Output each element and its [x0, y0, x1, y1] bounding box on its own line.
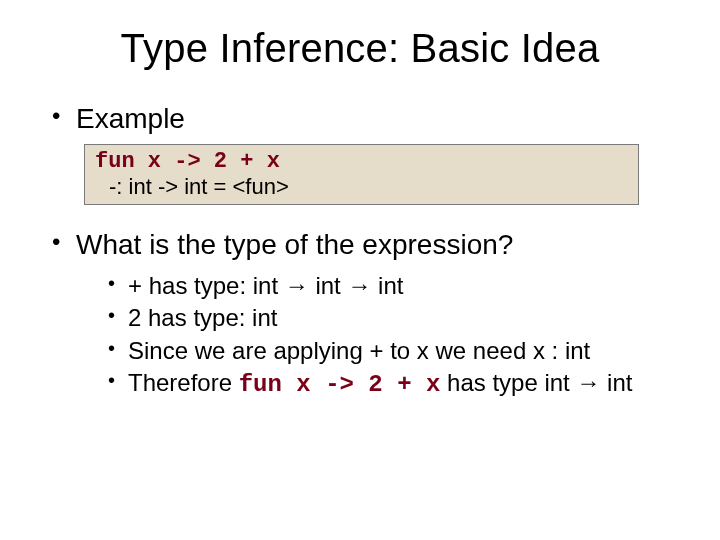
text-run: int: [309, 272, 348, 299]
result-line: -: int -> int = <fun>: [95, 174, 628, 200]
bullet-example: Example: [50, 101, 670, 136]
slide-title: Type Inference: Basic Idea: [50, 26, 670, 71]
sub-bullet-therefore: Therefore fun x -> 2 + x has type int → …: [108, 367, 670, 401]
sub-bullet-list: + has type: int → int → int 2 has type: …: [108, 270, 670, 402]
text-run: Therefore: [128, 369, 239, 396]
sub-bullet-2-type: 2 has type: int: [108, 302, 670, 334]
arrow-icon: →: [285, 272, 309, 299]
arrow-icon: →: [576, 369, 600, 396]
code-line: fun x -> 2 + x: [95, 149, 628, 174]
sub-bullet-applying: Since we are applying + to x we need x :…: [108, 335, 670, 367]
arrow-icon: →: [347, 272, 371, 299]
code-box: fun x -> 2 + x -: int -> int = <fun>: [84, 144, 639, 205]
text-run: + has type: int: [128, 272, 285, 299]
sub-bullet-plus-type: + has type: int → int → int: [108, 270, 670, 302]
inline-code: fun x -> 2 + x: [239, 371, 441, 398]
text-run: int: [600, 369, 632, 396]
bullet-list-2: What is the type of the expression?: [50, 227, 670, 262]
text-run: has type int: [440, 369, 576, 396]
text-run: int: [371, 272, 403, 299]
bullet-list: Example: [50, 101, 670, 136]
slide: Type Inference: Basic Idea Example fun x…: [0, 0, 720, 540]
bullet-question: What is the type of the expression?: [50, 227, 670, 262]
